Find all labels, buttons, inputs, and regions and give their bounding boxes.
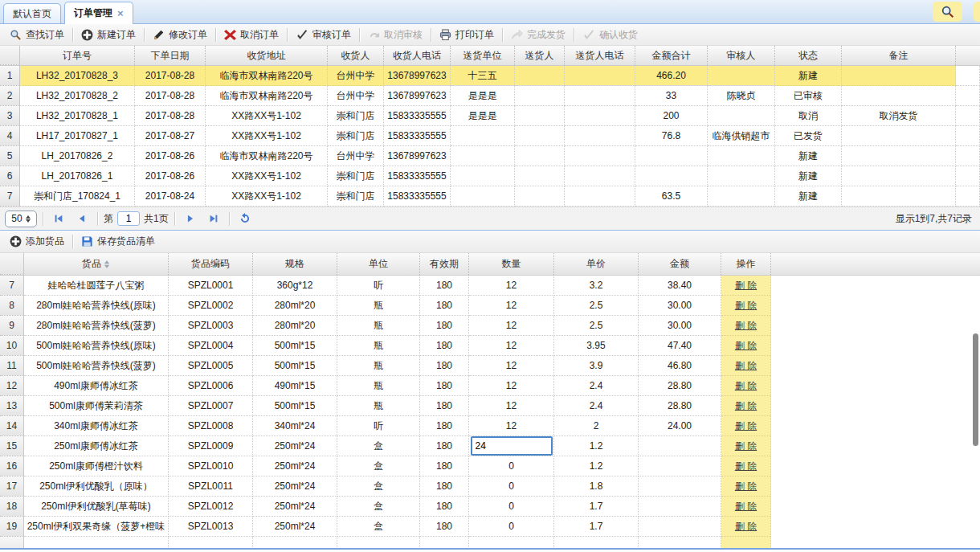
orders-column-header[interactable]: 订单号 — [20, 46, 135, 65]
find-order-button[interactable]: 查找订单 — [3, 27, 71, 43]
order-row[interactable]: 7崇和门店_170824_12017-08-24XX路XX号1-102崇和门店1… — [0, 186, 980, 206]
delete-link[interactable]: 删 除 — [735, 480, 757, 492]
delete-link[interactable]: 删 除 — [735, 460, 757, 472]
order-cell: XX路XX号1-102 — [206, 106, 328, 126]
item-row[interactable]: 12490ml康师傅冰红茶SPZL0006490ml*15瓶180122.428… — [0, 376, 980, 396]
item-code-cell: SPZL0010 — [169, 456, 253, 476]
item-row[interactable]: 15250ml康师傅冰红茶SPZL0009250ml*24盒1801.2删 除 — [0, 436, 980, 456]
items-column-header[interactable]: 规格 — [253, 253, 337, 275]
item-row[interactable]: 18250ml伊利优酸乳(草莓味)SPZL0012250ml*24盒18001.… — [0, 497, 980, 517]
delete-link[interactable]: 删 除 — [735, 521, 757, 532]
edit-order-button[interactable]: 修改订单 — [146, 27, 214, 43]
item-amount-cell — [639, 476, 721, 497]
item-row[interactable]: 7娃哈哈桂圆莲子八宝粥SPZL0001360g*12听180123.238.40… — [0, 276, 980, 296]
item-row[interactable]: 9280ml娃哈哈营养快线(菠萝)SPZL0003280ml*20瓶180122… — [0, 316, 980, 336]
orders-column-header[interactable]: 备注 — [842, 46, 956, 65]
item-validity-cell: 180 — [420, 456, 469, 476]
orders-column-header[interactable]: 收货地址 — [206, 46, 328, 65]
page-size-select[interactable]: 50 — [5, 211, 37, 227]
orders-column-header[interactable]: 下单日期 — [135, 46, 206, 65]
delete-link[interactable]: 删 除 — [735, 440, 757, 452]
delete-link[interactable]: 删 除 — [735, 340, 757, 351]
order-cell: 13678997623 — [384, 146, 451, 166]
items-column-header[interactable]: 单位 — [337, 253, 420, 275]
item-price-cell: 1.2 — [554, 436, 639, 456]
add-item-button[interactable]: 添加货品 — [3, 233, 71, 250]
print-order-button[interactable]: 打印订单 — [433, 27, 500, 43]
items-column-header[interactable]: 货品编码 — [169, 253, 253, 275]
order-row[interactable]: 5LH_20170826_22017-08-26临海市双林南路220号台州中学1… — [0, 146, 980, 166]
row-number-cell: 2 — [0, 86, 20, 106]
order-row[interactable]: 4LH17_20170827_12017-08-27XX路XX号1-102崇和门… — [0, 126, 980, 146]
order-cell: 33 — [635, 86, 708, 106]
toolbar-separator — [359, 28, 360, 42]
item-row[interactable]: 19250ml伊利双果奇缘（菠萝+橙味SPZL0013250ml*24盒1800… — [0, 517, 980, 537]
delete-link[interactable]: 删 除 — [735, 320, 757, 331]
delete-link[interactable]: 删 除 — [735, 280, 757, 291]
items-column-header[interactable]: 数量 — [469, 253, 554, 275]
first-page-button[interactable] — [49, 210, 68, 227]
orders-column-header[interactable]: 状态 — [775, 46, 842, 65]
order-row[interactable]: 6LH_20170826_12017-08-26XX路XX号1-102崇和门店1… — [0, 166, 980, 186]
tab-order-management[interactable]: 订单管理 × — [64, 2, 133, 24]
tabbar-overflow-button[interactable] — [974, 2, 980, 22]
item-validity-cell: 180 — [420, 497, 469, 517]
refresh-button[interactable] — [235, 210, 255, 227]
item-unit-cell: 听 — [337, 276, 420, 296]
order-cell — [515, 66, 565, 86]
pagination-bar: 50 第 共1页 显示1到7,共7记录 — [0, 206, 980, 231]
order-cell — [451, 166, 515, 186]
item-row[interactable]: 14340ml康师傅冰红茶SPZL0008340ml*24听18012224.0… — [0, 416, 980, 436]
receive-icon — [582, 29, 595, 41]
toolbar-separator — [574, 28, 574, 42]
tabbar-search-button[interactable] — [933, 2, 962, 22]
tab-close-icon[interactable]: × — [117, 10, 124, 18]
delete-link[interactable]: 删 除 — [735, 380, 757, 391]
row-number-cell: 11 — [0, 356, 24, 376]
order-row[interactable]: 1LH32_20170828_32017-08-28临海市双林南路220号台州中… — [0, 66, 980, 86]
orders-column-header[interactable]: 审核人 — [708, 46, 775, 65]
item-cell — [253, 537, 337, 549]
orders-column-header[interactable]: 收货人 — [328, 46, 384, 65]
item-row[interactable]: 8280ml娃哈哈营养快线(原味)SPZL0002280ml*20瓶180122… — [0, 296, 980, 316]
new-order-button[interactable]: 新建订单 — [75, 27, 142, 43]
delete-link[interactable]: 删 除 — [735, 300, 757, 311]
page-number-input[interactable] — [117, 211, 140, 226]
edit-icon — [153, 29, 165, 41]
items-column-header[interactable]: 金额 — [639, 253, 721, 275]
items-column-header[interactable]: 有效期 — [420, 253, 469, 275]
quantity-input[interactable] — [471, 436, 553, 456]
last-page-button[interactable] — [204, 210, 223, 227]
item-spec-cell: 490ml*15 — [253, 376, 337, 396]
item-operation-cell: 删 除 — [721, 356, 771, 376]
tab-home[interactable]: 默认首页 — [3, 3, 61, 23]
order-row[interactable]: 3LH32_20170828_12017-08-28XX路XX号1-102崇和门… — [0, 106, 980, 126]
cancel-order-button[interactable]: 取消订单 — [218, 27, 285, 43]
item-row[interactable]: 11500ml娃哈哈营养快线(菠萝)SPZL0005500ml*15瓶18012… — [0, 356, 980, 376]
items-column-header[interactable]: 操作 — [721, 253, 771, 275]
delete-link[interactable]: 删 除 — [735, 501, 757, 512]
items-column-header[interactable]: 单价 — [554, 253, 639, 275]
item-row[interactable]: 13500ml康师傅茉莉清茶SPZL0007500ml*15瓶180122.42… — [0, 396, 980, 416]
orders-column-header[interactable]: 送货单位 — [451, 46, 515, 65]
orders-column-header[interactable]: 收货人电话 — [384, 46, 451, 65]
item-row[interactable]: 16250ml康师傅橙汁饮料SPZL0010250ml*24盒18001.2删 … — [0, 456, 980, 476]
prev-page-button[interactable] — [72, 210, 92, 227]
save-item-list-button[interactable]: 保存货品清单 — [75, 233, 161, 250]
orders-column-header[interactable]: 送货人 — [515, 46, 565, 65]
order-row[interactable]: 2LH32_20170828_22017-08-28临海市双林南路220号台州中… — [0, 86, 980, 106]
delete-link[interactable]: 删 除 — [735, 360, 757, 371]
orders-column-header[interactable]: 金额合计 — [635, 46, 708, 65]
delete-link[interactable]: 删 除 — [735, 400, 757, 411]
item-row[interactable]: 17250ml伊利优酸乳（原味）SPZL0011250ml*24盒18001.8… — [0, 476, 980, 497]
item-amount-cell: 38.40 — [639, 276, 721, 296]
next-page-button[interactable] — [181, 210, 200, 227]
item-spec-cell: 500ml*15 — [253, 356, 337, 376]
approve-order-button[interactable]: 审核订单 — [289, 27, 357, 43]
vertical-scrollbar-thumb[interactable] — [973, 333, 978, 446]
orders-column-header[interactable]: 送货人电话 — [565, 46, 635, 65]
delete-link[interactable]: 删 除 — [735, 420, 757, 431]
items-column-header[interactable]: 货品 — [24, 253, 169, 275]
order-cell — [451, 126, 515, 146]
item-row[interactable]: 10500ml娃哈哈营养快线(原味)SPZL0004500ml*15瓶18012… — [0, 336, 980, 356]
